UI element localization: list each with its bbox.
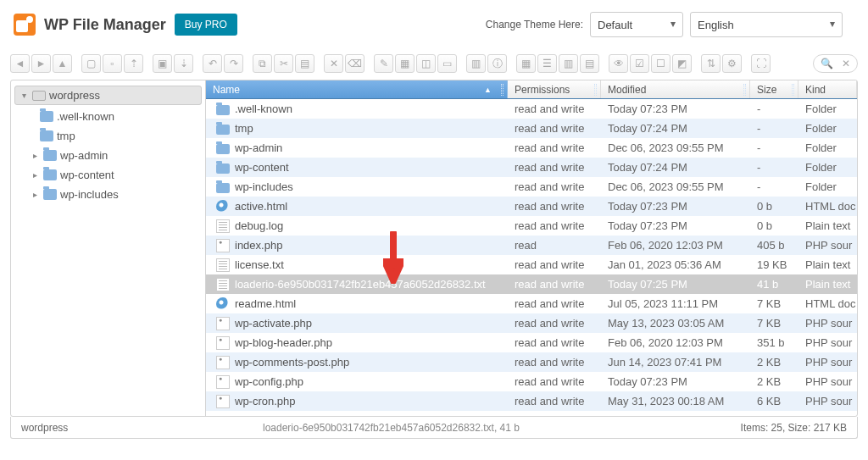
select-none-button[interactable]: ☐ <box>651 54 670 73</box>
file-size: 7 KB <box>750 297 798 310</box>
empty-button[interactable]: ⌫ <box>345 54 364 73</box>
theme-label: Change Theme Here: <box>486 19 583 30</box>
search-input[interactable]: 🔍 ✕ <box>813 54 858 73</box>
search-icon: 🔍 <box>821 58 833 69</box>
file-name: tmp <box>235 122 253 135</box>
expand-icon[interactable]: ▸ <box>30 170 40 180</box>
expand-icon[interactable]: ▸ <box>30 190 40 199</box>
column-size[interactable]: Size <box>750 80 798 98</box>
up-button[interactable]: ▲ <box>53 54 72 73</box>
file-kind: PHP sour <box>798 395 857 407</box>
invert-selection-button[interactable]: ◩ <box>672 54 692 73</box>
sidebar-item-wp-includes[interactable]: ▸wp-includes <box>11 185 205 204</box>
sidebar-item-tmp[interactable]: tmp <box>11 126 205 146</box>
places-view-button[interactable]: ▤ <box>580 54 599 73</box>
file-modified: Jan 01, 2023 05:36 AM <box>601 258 750 271</box>
folder-icon <box>216 105 230 115</box>
close-icon[interactable]: ✕ <box>842 58 850 69</box>
delete-button[interactable]: ✕ <box>324 54 343 73</box>
sidebar-item-.well-known[interactable]: .well-known <box>11 107 205 126</box>
open-button[interactable]: ▣ <box>153 54 172 73</box>
file-modified: Feb 06, 2020 12:03 PM <box>601 336 750 349</box>
collapse-icon[interactable]: ▾ <box>19 91 29 100</box>
app-title: WP File Manager <box>44 16 166 34</box>
rename-button[interactable]: ✎ <box>374 54 393 73</box>
paste-button[interactable]: ▤ <box>295 54 314 73</box>
app-logo-icon <box>14 14 36 36</box>
tree-root-label: wordpress <box>49 89 100 102</box>
file-name: wp-blog-header.php <box>235 336 332 349</box>
sidebar-item-wp-admin[interactable]: ▸wp-admin <box>11 146 205 165</box>
archive-button[interactable]: ▭ <box>437 54 457 73</box>
file-modified: Today 07:24 PM <box>601 122 750 135</box>
table-row[interactable]: debug.logread and writeToday 07:23 PM0 b… <box>206 216 857 236</box>
edit-button[interactable]: ▦ <box>395 54 415 73</box>
table-row[interactable]: loaderio-6e950b031742fb21eb457a6052d2683… <box>206 274 857 294</box>
table-row[interactable]: wp-config.phpread and writeToday 07:23 P… <box>206 372 857 391</box>
table-row[interactable]: readme.htmlread and writeJul 05, 2023 11… <box>206 294 857 313</box>
forward-button[interactable]: ► <box>31 54 51 73</box>
file-kind: Folder <box>798 122 857 135</box>
upload-button[interactable]: ⇡ <box>124 54 143 73</box>
file-modified: Today 07:23 PM <box>601 219 750 232</box>
column-name[interactable]: Name▲ <box>206 80 508 98</box>
preview-button[interactable]: 👁 <box>609 54 628 73</box>
table-row[interactable]: wp-cron.phpread and writeMay 31, 2023 00… <box>206 391 857 411</box>
sidebar-item-wp-content[interactable]: ▸wp-content <box>11 165 205 185</box>
file-permissions: read and write <box>508 375 601 388</box>
file-size: 2 KB <box>750 356 798 369</box>
table-row[interactable]: wp-blog-header.phpread and writeFeb 06, … <box>206 333 857 352</box>
table-row[interactable]: wp-activate.phpread and writeMay 13, 202… <box>206 313 857 333</box>
column-view-button[interactable]: ▥ <box>559 54 578 73</box>
undo-button[interactable]: ↶ <box>203 54 222 73</box>
file-size: 2 KB <box>750 375 798 388</box>
cut-button[interactable]: ✂ <box>274 54 293 73</box>
txt-icon <box>216 258 230 272</box>
column-modified[interactable]: Modified <box>601 80 750 98</box>
status-path: wordpress <box>21 422 68 434</box>
list-view-button[interactable]: ☰ <box>537 54 557 73</box>
redo-button[interactable]: ↷ <box>224 54 243 73</box>
table-row[interactable]: wp-comments-post.phpread and writeJun 14… <box>206 352 857 372</box>
file-size: 7 KB <box>750 317 798 330</box>
table-row[interactable]: wp-includesread and writeDec 06, 2023 09… <box>206 177 857 197</box>
table-row[interactable]: tmpread and writeToday 07:24 PM-Folder <box>206 119 857 138</box>
theme-select[interactable]: Default <box>590 12 683 37</box>
new-file-button[interactable]: ▫ <box>103 54 122 73</box>
info-button[interactable]: ⓘ <box>487 54 507 73</box>
fullscreen-button[interactable]: ⛶ <box>751 54 771 73</box>
folder-tree: ▾ wordpress .well-knowntmp▸wp-admin▸wp-c… <box>11 80 206 416</box>
settings-button[interactable]: ⚙ <box>722 54 742 73</box>
sort-button[interactable]: ⇅ <box>701 54 721 73</box>
back-button[interactable]: ◄ <box>10 54 30 73</box>
copy-button[interactable]: ⧉ <box>253 54 272 73</box>
resize-button[interactable]: ◫ <box>416 54 436 73</box>
tree-item-label: tmp <box>57 130 75 142</box>
file-modified: Today 07:23 PM <box>601 375 750 388</box>
expand-icon[interactable]: ▸ <box>30 151 40 160</box>
file-name: wp-activate.php <box>235 317 312 330</box>
icon-view-button[interactable]: ▦ <box>516 54 536 73</box>
buy-pro-button[interactable]: Buy PRO <box>175 14 237 36</box>
file-kind: Folder <box>798 180 857 193</box>
table-row[interactable]: active.htmlread and writeToday 07:23 PM0… <box>206 197 857 216</box>
table-row[interactable]: index.phpreadFeb 06, 2020 12:03 PM405 bP… <box>206 236 857 255</box>
column-headers: Name▲ Permissions Modified Size Kind <box>206 80 857 99</box>
file-kind: Folder <box>798 161 857 174</box>
column-permissions[interactable]: Permissions <box>508 80 601 98</box>
column-kind[interactable]: Kind <box>798 80 857 98</box>
tree-root[interactable]: ▾ wordpress <box>14 86 202 105</box>
txt-icon <box>216 219 230 233</box>
table-row[interactable]: wp-contentread and writeToday 07:24 PM-F… <box>206 158 857 177</box>
file-size: 0 b <box>750 219 798 232</box>
file-kind: Plain text <box>798 278 857 291</box>
download-button[interactable]: ⇣ <box>174 54 193 73</box>
table-row[interactable]: wp-adminread and writeDec 06, 2023 09:55… <box>206 138 857 158</box>
table-row[interactable]: .well-knownread and writeToday 07:23 PM-… <box>206 99 857 119</box>
new-folder-button[interactable]: ▢ <box>81 54 101 73</box>
folder-icon <box>216 183 230 193</box>
select-all-button[interactable]: ☑ <box>630 54 649 73</box>
table-row[interactable]: license.txtread and writeJan 01, 2023 05… <box>206 255 857 274</box>
language-select[interactable]: English <box>690 12 843 37</box>
extract-button[interactable]: ▥ <box>466 54 486 73</box>
